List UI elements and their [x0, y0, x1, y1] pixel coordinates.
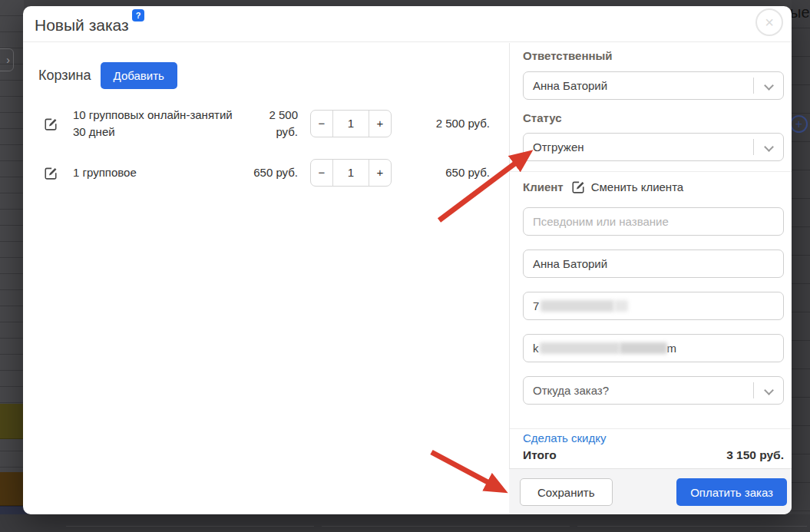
- quantity-stepper: − 1 +: [310, 159, 392, 187]
- client-name-input[interactable]: [533, 257, 783, 270]
- save-button[interactable]: Сохранить: [520, 478, 613, 506]
- background-grid-line: [322, 526, 570, 527]
- alias-input[interactable]: [533, 215, 783, 228]
- new-order-modal: Новый заказ ? × Корзина Добавить 1: [23, 6, 792, 514]
- chevron-down-icon: [764, 81, 774, 91]
- cart-item-row: 1 групповое 650 руб. − 1 + 650 руб.: [23, 152, 509, 193]
- client-label: Клиент: [523, 180, 564, 193]
- background-grid-line: [66, 526, 314, 527]
- close-icon[interactable]: ×: [755, 8, 783, 36]
- background-clipped-header-text: ые: [790, 4, 810, 21]
- item-name: 10 групповых онлайн-занятий 30 дней: [73, 107, 238, 140]
- background-bottom-strip: [0, 514, 810, 532]
- item-total: 2 500 руб.: [407, 117, 490, 130]
- modal-footer: Сохранить Оплатить заказ: [509, 468, 792, 514]
- email-redaction: [540, 342, 620, 354]
- phone-visible-digit: 7: [533, 299, 539, 312]
- section-divider: [510, 428, 792, 429]
- add-item-button[interactable]: Добавить: [101, 62, 177, 89]
- phone-redaction: [541, 300, 614, 312]
- quantity-increase-button[interactable]: +: [369, 111, 391, 137]
- quantity-increase-button[interactable]: +: [369, 160, 391, 186]
- close-glyph: ×: [765, 15, 774, 30]
- order-source-select[interactable]: Откуда заказ?: [523, 376, 784, 405]
- make-discount-link[interactable]: Сделать скидку: [523, 431, 606, 444]
- phone-field[interactable]: 7: [523, 292, 784, 320]
- select-separator: [753, 78, 754, 94]
- page: { "background": { "clipped_text": "ые", …: [0, 0, 810, 532]
- quantity-decrease-button[interactable]: −: [311, 111, 332, 137]
- background-highlighted-row-olive: [0, 404, 24, 439]
- order-form-panel: Ответственный Анна Баторий Статус Отгруж…: [509, 43, 792, 514]
- status-select[interactable]: Отгружен: [523, 133, 784, 161]
- change-client-link[interactable]: Сменить клиента: [591, 180, 684, 193]
- responsible-select[interactable]: Анна Баторий: [523, 71, 784, 100]
- background-collapse-panel-button[interactable]: ›: [0, 48, 14, 71]
- total-row: Итого 3 150 руб.: [523, 448, 784, 462]
- email-visible-end: m: [667, 342, 677, 355]
- plus-glyph: +: [795, 118, 802, 131]
- modal-body: Корзина Добавить 10 групповых онлайн-зан…: [23, 43, 792, 514]
- status-value: Отгружен: [533, 140, 584, 154]
- client-header: Клиент Сменить клиента: [523, 180, 683, 193]
- total-value: 3 150 руб.: [726, 448, 784, 462]
- background-table-rows-left: [0, 0, 24, 532]
- background-grid-line: [577, 526, 807, 527]
- quantity-value[interactable]: 1: [332, 111, 369, 137]
- quantity-stepper: − 1 +: [310, 110, 392, 137]
- pay-order-button[interactable]: Оплатить заказ: [676, 478, 787, 506]
- responsible-value: Анна Баторий: [533, 79, 607, 92]
- help-glyph: ?: [136, 11, 141, 20]
- quantity-value[interactable]: 1: [332, 160, 369, 186]
- email-field[interactable]: k m: [523, 334, 784, 362]
- help-icon[interactable]: ?: [132, 9, 144, 21]
- select-separator: [753, 139, 754, 155]
- status-label: Статус: [523, 111, 562, 124]
- background-table-rows-right: [792, 0, 810, 532]
- cart-item-row: 10 групповых онлайн-занятий 30 дней 2 50…: [23, 100, 509, 147]
- cart-header: Корзина Добавить: [38, 62, 177, 89]
- edit-client-icon[interactable]: [571, 180, 585, 193]
- responsible-label: Ответственный: [523, 49, 613, 62]
- section-divider: [510, 171, 792, 172]
- order-source-placeholder: Откуда заказ?: [533, 384, 609, 397]
- chevron-right-icon: ›: [6, 54, 10, 66]
- plus-circle-icon[interactable]: +: [790, 115, 808, 133]
- chevron-down-icon: [764, 385, 774, 395]
- phone-redaction: [614, 300, 628, 312]
- edit-item-icon[interactable]: [44, 166, 58, 180]
- background-highlighted-row-brown: [0, 472, 24, 506]
- cart-label: Корзина: [38, 68, 91, 84]
- quantity-decrease-button[interactable]: −: [311, 160, 332, 186]
- email-redaction: [620, 342, 667, 354]
- item-name: 1 групповое: [73, 164, 238, 181]
- item-price: 650 руб.: [249, 164, 298, 181]
- alias-field[interactable]: [523, 207, 784, 236]
- edit-item-icon[interactable]: [44, 117, 58, 131]
- item-total: 650 руб.: [407, 166, 490, 179]
- client-name-field[interactable]: [523, 249, 784, 278]
- modal-header: Новый заказ ? ×: [23, 6, 792, 42]
- cart-items-list: 10 групповых онлайн-занятий 30 дней 2 50…: [23, 100, 509, 198]
- chevron-down-icon: [764, 142, 774, 152]
- select-separator: [753, 382, 754, 398]
- total-label: Итого: [523, 448, 557, 462]
- item-price: 2 500 руб.: [249, 107, 298, 140]
- modal-title: Новый заказ: [35, 16, 129, 35]
- email-visible-start: k: [533, 342, 539, 355]
